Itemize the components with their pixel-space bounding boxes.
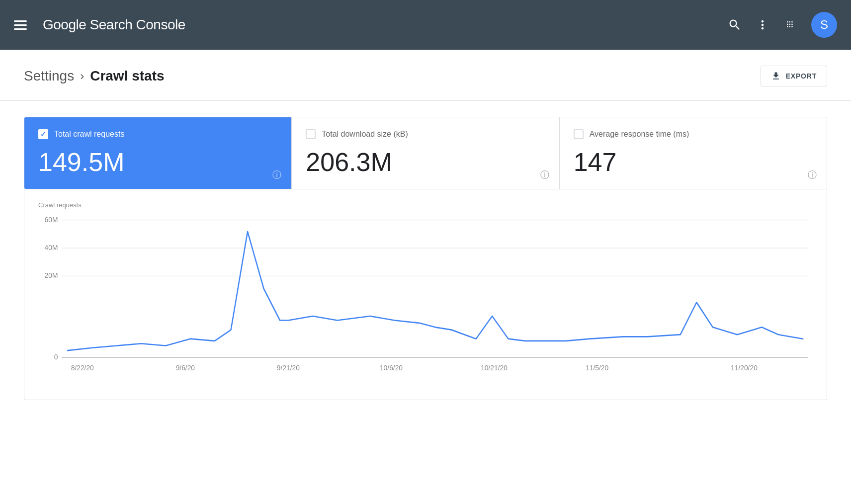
svg-text:20M: 20M: [45, 271, 58, 280]
svg-text:40M: 40M: [45, 244, 58, 252]
page-content: Settings › Crawl stats EXPORT ✓ Total cr…: [0, 50, 851, 504]
apps-button[interactable]: [783, 18, 797, 32]
search-button[interactable]: [728, 18, 742, 32]
export-label: EXPORT: [786, 72, 817, 80]
crawl-chart: 60M 40M 20M 0 8/22/20 9/6/20 9/21/20 10/…: [38, 215, 813, 384]
export-button[interactable]: EXPORT: [761, 66, 827, 86]
user-avatar[interactable]: S: [811, 12, 837, 38]
svg-text:9/21/20: 9/21/20: [277, 364, 300, 372]
stat-cards-container: ✓ Total crawl requests 149.5M ⓘ Total do…: [24, 117, 827, 189]
stat-checkbox[interactable]: [574, 129, 584, 139]
stat-label: Total download size (kB): [322, 130, 408, 139]
more-options-button[interactable]: [756, 18, 769, 32]
header-right: S: [728, 12, 837, 38]
svg-text:0: 0: [54, 353, 58, 361]
stat-checkbox[interactable]: ✓: [38, 129, 48, 139]
stat-card-header: ✓ Total crawl requests: [38, 129, 277, 139]
product-name: Search Console: [86, 17, 185, 32]
page-title: Crawl stats: [90, 68, 164, 84]
chart-area: 60M 40M 20M 0 8/22/20 9/6/20 9/21/20 10/…: [38, 215, 813, 384]
stat-value: 206.3M: [306, 147, 545, 177]
stat-card-header: Total download size (kB): [306, 129, 545, 139]
stat-checkbox[interactable]: [306, 129, 316, 139]
app-title: Google Search Console: [43, 17, 185, 33]
breadcrumb: Settings › Crawl stats: [24, 68, 165, 84]
svg-text:11/5/20: 11/5/20: [586, 364, 608, 372]
svg-text:9/6/20: 9/6/20: [176, 364, 195, 372]
svg-text:11/20/20: 11/20/20: [731, 364, 758, 372]
svg-text:10/21/20: 10/21/20: [481, 364, 508, 372]
google-wordmark: Google: [43, 17, 86, 32]
header-left: Google Search Console: [14, 17, 185, 33]
stat-label: Total crawl requests: [54, 130, 124, 139]
svg-text:10/6/20: 10/6/20: [380, 364, 403, 372]
stat-card-crawl-requests[interactable]: ✓ Total crawl requests 149.5M ⓘ: [24, 117, 292, 189]
stat-card-header: Average response time (ms): [574, 129, 813, 139]
chart-y-label: Crawl requests: [38, 201, 813, 209]
stat-card-download-size[interactable]: Total download size (kB) 206.3M ⓘ: [292, 117, 559, 189]
breadcrumb-bar: Settings › Crawl stats EXPORT: [0, 50, 851, 101]
help-icon[interactable]: ⓘ: [540, 169, 549, 181]
svg-text:60M: 60M: [45, 215, 58, 224]
breadcrumb-separator: ›: [80, 69, 84, 83]
stat-card-response-time[interactable]: Average response time (ms) 147 ⓘ: [560, 117, 827, 189]
app-header: Google Search Console S: [0, 0, 851, 50]
breadcrumb-settings-link[interactable]: Settings: [24, 68, 74, 84]
help-icon[interactable]: ⓘ: [272, 169, 281, 181]
svg-text:8/22/20: 8/22/20: [71, 364, 94, 372]
stat-value: 147: [574, 147, 813, 177]
stat-label: Average response time (ms): [590, 130, 689, 139]
chart-container: Crawl requests 60M 40M 20M 0 8/2: [24, 189, 827, 400]
main-area: ✓ Total crawl requests 149.5M ⓘ Total do…: [0, 101, 851, 416]
hamburger-menu-button[interactable]: [14, 20, 27, 30]
help-icon[interactable]: ⓘ: [808, 169, 817, 181]
stat-value: 149.5M: [38, 147, 277, 177]
checkbox-check: ✓: [40, 130, 46, 138]
